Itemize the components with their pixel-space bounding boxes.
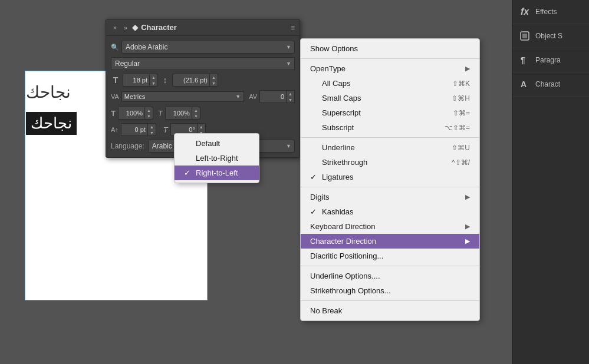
baseline-down[interactable]: ▼ [148,130,156,135]
svg-text:A: A [521,80,527,89]
right-sidebar: fx Effects Object S ¶ Paragra A Charact [512,0,589,364]
vert-scale-field[interactable] [166,110,192,117]
opentype-arrow-icon: ▶ [465,65,470,72]
menu-item-underline-options[interactable]: Underline Options.... [301,269,479,283]
horiz-scale-up[interactable]: ▲ [145,107,153,113]
menu-separator-5 [301,300,479,301]
arabic-text-black: نجاحك [26,112,77,135]
vert-scale-input[interactable]: ▲ ▼ [165,107,200,120]
font-family-select[interactable]: Adobe Arabic [121,41,295,54]
vert-scale-up[interactable]: ▲ [192,107,200,113]
panel-titlebar-left: × » ◆ Character [111,23,177,32]
leading-input[interactable]: ▲ ▼ [172,74,218,87]
skew-up[interactable]: ▲ [198,124,205,130]
paragraph-icon: ¶ [519,54,531,66]
submenu-item-left-to-right-label: Left-to-Right [196,154,238,163]
menu-item-no-break-label: No Break [310,306,470,315]
leading-up[interactable]: ▲ [210,74,218,80]
menu-item-subscript[interactable]: Subscript ⌥⇧⌘= [301,120,479,135]
menu-item-strikethrough-options[interactable]: Strikethrough Options... [301,283,479,298]
menu-item-show-options-label: Show Options [310,44,470,53]
skew-field[interactable] [171,126,197,133]
font-size-field[interactable] [123,77,149,84]
baseline-up[interactable]: ▲ [148,124,156,130]
menu-item-ligatures[interactable]: ✓ Ligatures [301,170,479,184]
horiz-scale-icon: T [111,109,116,118]
kerning-tracking-row: VA Metrics ▼ AV ▲ ▼ [111,90,295,103]
menu-item-diacritic-positioning-label: Diacritic Positioning... [310,252,470,260]
kerning-select[interactable]: Metrics [121,91,244,102]
right-to-left-check: ✓ [184,168,192,177]
tracking-down[interactable]: ▼ [287,97,294,102]
menu-item-underline[interactable]: Underline ⇧⌘U [301,140,479,155]
sidebar-item-object-styles-label: Object S [535,32,562,40]
menu-item-show-options[interactable]: Show Options [301,41,479,56]
panel-collapse-button[interactable]: » [124,24,127,31]
menu-item-strikethrough-label: Strikethrough [322,158,440,167]
menu-item-superscript-label: Superscript [322,108,441,117]
small-caps-shortcut: ⇧⌘H [452,94,470,102]
menu-item-opentype-label: OpenType [310,64,465,73]
vert-scale-down[interactable]: ▼ [192,113,200,119]
font-size-up[interactable]: ▲ [150,74,157,80]
menu-item-keyboard-direction[interactable]: Keyboard Direction ▶ [301,219,479,234]
baseline-input[interactable]: ▲ ▼ [121,123,156,136]
size-leading-row: T ▲ ▼ ↕ ▲ ▼ [111,74,295,87]
horiz-scale-down[interactable]: ▼ [145,113,153,119]
panel-close-button[interactable]: × [111,24,119,32]
tracking-field[interactable] [260,93,286,100]
font-style-row: Regular ▼ [111,57,295,70]
menu-item-small-caps[interactable]: Small Caps ⇧⌘H [301,91,479,105]
menu-item-diacritic-positioning[interactable]: Diacritic Positioning... [301,249,479,263]
horiz-scale-input[interactable]: ▲ ▼ [118,107,153,120]
submenu-item-left-to-right[interactable]: Left-to-Right [175,151,259,166]
menu-item-underline-options-label: Underline Options.... [310,272,470,280]
svg-rect-1 [522,34,527,38]
character-direction-submenu: Default Left-to-Right ✓ Right-to-Left [174,133,259,183]
font-size-down[interactable]: ▼ [150,80,157,86]
font-style-dropdown-wrapper: Regular ▼ [111,57,295,70]
kashidas-check: ✓ [310,207,318,216]
sidebar-item-character-label: Charact [535,80,560,88]
sidebar-item-character[interactable]: A Charact [513,72,589,97]
menu-item-strikethrough-options-label: Strikethrough Options... [310,286,470,295]
menu-item-no-break[interactable]: No Break [301,303,479,318]
menu-item-digits[interactable]: Digits ▶ [301,190,479,204]
leading-arrows: ▲ ▼ [209,74,218,86]
horiz-scale-arrows: ▲ ▼ [144,107,153,119]
submenu-item-right-to-left[interactable]: ✓ Right-to-Left [175,166,259,180]
menu-separator-3 [301,187,479,187]
sidebar-item-effects[interactable]: fx Effects [513,0,589,24]
menu-item-character-direction[interactable]: Character Direction ▶ [301,234,479,249]
keyboard-direction-arrow-icon: ▶ [465,223,470,230]
font-size-input[interactable]: ▲ ▼ [123,74,158,87]
sidebar-item-paragraph[interactable]: ¶ Paragra [513,48,589,72]
tracking-up[interactable]: ▲ [287,91,294,97]
horiz-scale-field[interactable] [119,110,144,117]
leading-field[interactable] [173,77,209,84]
menu-item-opentype[interactable]: OpenType ▶ [301,61,479,76]
canvas-area: نجاحك نجاحك × » ◆ Character ≡ 🔍 Adobe Ar… [0,0,507,364]
leading-down[interactable]: ▼ [210,80,218,86]
digits-arrow-icon: ▶ [465,193,470,201]
vert-scale-icon: T [158,109,163,118]
panel-menu-button[interactable]: ≡ [291,24,295,32]
menu-item-all-caps[interactable]: All Caps ⇧⌘K [301,76,479,91]
baseline-field[interactable] [121,126,147,133]
tracking-input[interactable]: ▲ ▼ [259,90,295,103]
context-menu: Show Options OpenType ▶ All Caps ⇧⌘K Sma… [300,38,480,321]
kerning-icon: VA [111,93,119,100]
sidebar-item-object-styles[interactable]: Object S [513,24,589,48]
menu-item-superscript[interactable]: Superscript ⇧⌘= [301,105,479,120]
leading-icon: ↕ [160,75,170,85]
font-style-select[interactable]: Regular [111,57,295,70]
submenu-item-default[interactable]: Default [175,136,259,151]
menu-item-strikethrough[interactable]: Strikethrough ^⇧⌘/ [301,155,479,170]
skew-icon: T [163,125,168,134]
size-icon: T [111,75,120,85]
menu-item-underline-label: Underline [322,143,440,152]
baseline-icon: A↑ [111,126,119,133]
panel-title-text: Character [141,23,177,32]
menu-item-kashidas[interactable]: ✓ Kashidas [301,204,479,219]
menu-item-subscript-label: Subscript [322,123,433,132]
